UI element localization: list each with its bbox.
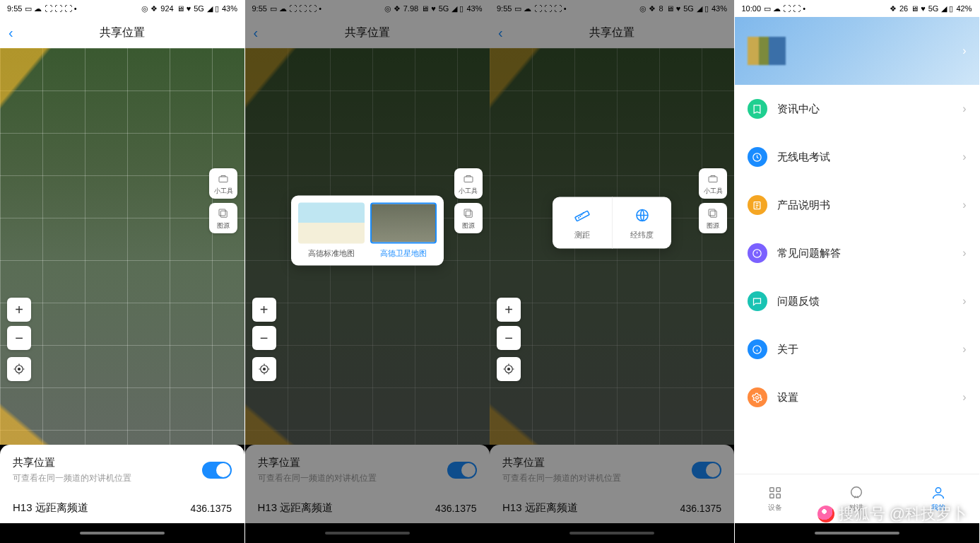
share-toggle[interactable] [202,462,232,479]
svg-rect-23 [777,488,781,492]
status-bar: 10:00 ▭ ☁ ⛶ ⛶ • ❖ 26 🖥 ♥ 5G ◢ ▯ 42% [735,0,979,17]
map-view[interactable]: 小工具 图源 高德标准地图 高德卫星地图 + − [245,48,490,445]
svg-rect-1 [220,211,227,217]
tab-mine[interactable]: 我的 [897,474,979,523]
locate-me-button[interactable] [7,357,31,381]
title-bar: ‹ 共享位置 [490,17,734,48]
zoom-out-button[interactable]: − [497,326,521,350]
status-time: 9:55 [7,4,22,13]
chevron-right-icon: › [962,247,966,259]
svg-rect-12 [709,209,715,216]
avatar-blurred [748,37,786,65]
svg-rect-7 [464,209,471,216]
share-toggle[interactable] [447,462,477,479]
chevron-right-icon: › [962,295,966,308]
menu-item-2[interactable]: 产品说明书› [735,181,979,229]
map-layers-button[interactable]: 图源 [454,203,483,233]
zoom-out-button[interactable]: − [7,326,31,350]
svg-rect-22 [770,488,774,492]
menu-icon [748,387,767,407]
menu-label: 无线电考试 [777,151,963,164]
svg-point-16 [508,368,510,370]
locate-me-button[interactable] [497,357,521,381]
menu-item-3[interactable]: 常见问题解答› [735,229,979,277]
svg-rect-2 [219,209,225,216]
map-view[interactable]: 小工具 图源 测距 经纬度 + − [490,48,734,445]
menu-item-0[interactable]: 资讯中心› [735,85,979,133]
menu-item-4[interactable]: 问题反馈› [735,277,979,325]
menu-item-1[interactable]: 无线电考试› [735,133,979,181]
menu-icon [748,291,767,311]
chevron-right-icon: › [962,45,966,57]
tool-measure-option[interactable]: 测距 [553,197,612,248]
map-tools-button[interactable]: 小工具 [699,168,727,199]
nav-handle[interactable] [245,523,490,543]
title-bar: ‹ 共享位置 [0,17,244,48]
svg-point-26 [851,487,862,498]
nav-handle[interactable] [735,523,979,543]
zoom-in-button[interactable]: + [7,298,31,322]
map-tools-button[interactable]: 小工具 [209,168,237,199]
zoom-in-button[interactable]: + [252,298,276,322]
svg-rect-13 [575,211,589,221]
menu-label: 问题反馈 [777,295,963,308]
menu-icon [748,99,767,119]
menu-item-6[interactable]: 设置› [735,373,979,421]
back-button[interactable]: ‹ [8,25,13,41]
share-subtitle: 可查看在同一频道的对讲机位置 [13,472,131,484]
svg-point-4 [18,368,20,370]
tab-talk[interactable]: 对讲 [816,474,897,523]
chevron-right-icon: › [962,391,966,404]
tab-device[interactable]: 设备 [735,474,816,523]
tool-latlng-option[interactable]: 经纬度 [612,197,671,248]
menu-label: 关于 [777,343,963,356]
status-battery: 43% [222,4,237,13]
chevron-right-icon: › [962,343,966,356]
menu-label: 资讯中心 [777,103,963,116]
zoom-in-button[interactable]: + [497,298,521,322]
menu-label: 常见问题解答 [777,247,963,260]
map-tools-button[interactable]: 小工具 [454,168,483,199]
nav-handle[interactable] [0,523,244,543]
back-button[interactable]: ‹ [254,25,259,41]
share-toggle[interactable] [692,462,721,479]
phone-screen-4: 10:00 ▭ ☁ ⛶ ⛶ • ❖ 26 🖥 ♥ 5G ◢ ▯ 42% › 资讯… [735,0,979,543]
map-layers-button[interactable]: 图源 [699,203,727,233]
layer-satellite-option[interactable]: 高德卫星地图 [370,203,437,259]
svg-point-21 [756,396,759,399]
map-layers-button[interactable]: 图源 [209,203,237,233]
bottom-sheet: 共享位置 可查看在同一频道的对讲机位置 H13 远距离频道 436.1375 [490,445,734,523]
status-bar: 9:55 ▭ ☁ ⛶ ⛶ ⛶ • ◎ ❖ 924 🖥 ♥ 5G ◢ ▯ 43% [0,0,244,17]
phone-screen-2: 9:55 ▭ ☁ ⛶ ⛶ ⛶ • ◎ ❖ 7.98 🖥 ♥ 5G ◢ ▯ 43%… [245,0,490,543]
bottom-sheet: 共享位置 可查看在同一频道的对讲机位置 H13 远距离频道 436.1375 [0,445,244,523]
menu-icon [748,339,767,359]
menu-label: 设置 [777,391,963,404]
map-view[interactable]: 小工具 图源 + − [0,48,244,445]
share-title: 共享位置 [13,456,131,469]
chevron-right-icon: › [962,151,966,163]
svg-rect-6 [466,211,472,217]
layer-standard-thumb [298,203,365,244]
chevron-right-icon: › [962,199,966,211]
channel-name: H13 远距离频道 [13,501,88,515]
status-bar: 9:55 ▭ ☁ ⛶ ⛶ ⛶ • ◎ ❖ 7.98 🖥 ♥ 5G ◢ ▯ 43% [245,0,490,17]
profile-header[interactable]: › [735,17,979,85]
zoom-out-button[interactable]: − [252,326,276,350]
title-bar: ‹ 共享位置 [245,17,490,48]
locate-me-button[interactable] [252,357,276,381]
map-satellite-bg [0,48,244,445]
svg-rect-25 [777,494,781,498]
nav-handle[interactable] [490,523,734,543]
map-layer-popup: 高德标准地图 高德卫星地图 [291,196,444,266]
svg-point-9 [263,368,265,370]
menu-item-5[interactable]: 关于› [735,325,979,373]
svg-rect-0 [219,177,228,182]
menu-icon [748,195,767,215]
layer-standard-option[interactable]: 高德标准地图 [298,203,365,259]
chevron-right-icon: › [962,103,966,115]
svg-rect-10 [709,177,717,182]
svg-point-27 [935,488,940,493]
map-tools-popup: 测距 经纬度 [553,197,671,248]
phone-screen-1: 9:55 ▭ ☁ ⛶ ⛶ ⛶ • ◎ ❖ 924 🖥 ♥ 5G ◢ ▯ 43% … [0,0,244,543]
back-button[interactable]: ‹ [498,25,503,41]
